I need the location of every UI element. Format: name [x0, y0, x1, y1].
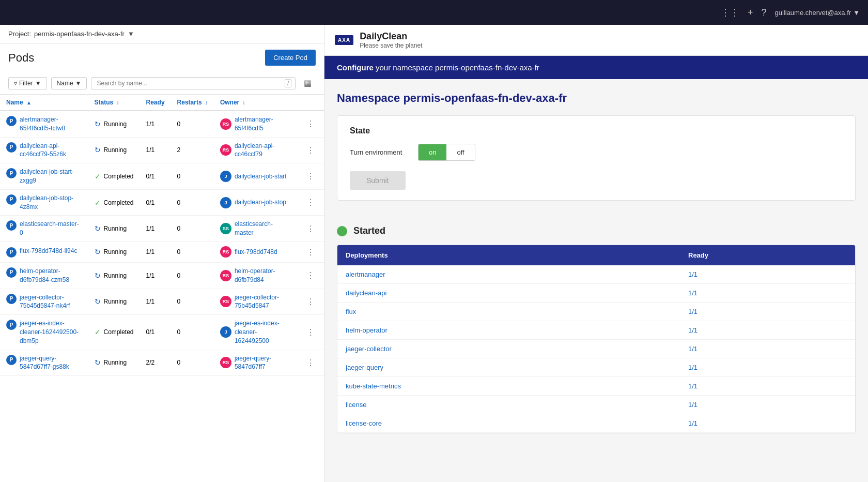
owner-badge: RS: [220, 246, 231, 258]
project-dropdown-arrow[interactable]: ▼: [128, 30, 134, 38]
help-icon[interactable]: ?: [762, 7, 767, 18]
deployment-ready: 1/1: [688, 419, 698, 427]
pod-status-cell: ↻ Running: [88, 137, 140, 163]
pod-icon: P: [6, 168, 17, 178]
pod-name-link[interactable]: jaeger-es-index-cleaner-1624492500-dbm5p: [20, 319, 82, 345]
state-title: State: [350, 126, 843, 135]
running-icon: ↻: [95, 358, 101, 367]
pod-icon: P: [6, 220, 17, 231]
owner-name-link[interactable]: alertmanager-65f4f6cdf5: [235, 115, 291, 133]
deployment-name-link[interactable]: license-core: [346, 419, 382, 427]
pod-owner-cell: RS jaeger-query-5847d67ff7: [214, 350, 297, 376]
owner-name-link[interactable]: helm-operator-d6fb79d84: [235, 267, 291, 284]
project-value: permis-openfaas-fn-dev-axa-fr: [34, 30, 125, 38]
deployment-name-link[interactable]: alertmanager: [346, 270, 385, 278]
pod-kebab-menu-button[interactable]: ⋮: [303, 170, 318, 182]
pod-status: Running: [104, 359, 127, 366]
running-icon: ↻: [95, 120, 101, 128]
deployment-name-link[interactable]: jaeger-collector: [346, 345, 392, 353]
running-icon: ↻: [95, 272, 101, 280]
pod-name-link[interactable]: dailyclean-api-cc46ccf79-55z6k: [20, 142, 82, 159]
pod-ready-cell: 1/1: [140, 262, 171, 289]
main-content: Project: permis-openfaas-fn-dev-axa-fr ▼…: [0, 25, 868, 482]
pod-kebab-menu-button[interactable]: ⋮: [303, 223, 318, 235]
pod-name-link[interactable]: jaeger-query-5847d67ff7-gs88k: [20, 354, 82, 372]
toggle-off-button[interactable]: off: [446, 144, 474, 160]
col-restarts[interactable]: Restarts ↕: [171, 95, 214, 111]
brand-logo: AXA: [335, 35, 353, 45]
deployment-name-link[interactable]: dailyclean-api: [346, 289, 387, 297]
pod-ready-cell: 0/1: [140, 189, 171, 216]
deployment-name-link[interactable]: flux: [346, 308, 356, 315]
filter-button[interactable]: ▿ Filter ▼: [8, 77, 47, 89]
list-item: alertmanager 1/1: [337, 265, 855, 284]
dep-name-cell: helm-operator: [337, 321, 680, 340]
dep-ready-cell: 1/1: [680, 284, 855, 303]
filter-dropdown-arrow: ▼: [35, 80, 41, 87]
pod-icon: P: [6, 194, 17, 205]
owner-name-link[interactable]: jaeger-es-index-cleaner-1624492500: [235, 319, 291, 345]
owner-name-link[interactable]: jaeger-query-5847d67ff7: [235, 354, 291, 372]
pod-status-cell: ↻ Running: [88, 111, 140, 137]
pod-name-link[interactable]: flux-798dd748d-ll94c: [20, 247, 77, 255]
col-owner[interactable]: Owner ↕: [214, 95, 297, 111]
owner-name-link[interactable]: dailyclean-api-cc46ccf79: [235, 142, 291, 159]
pod-kebab-menu-button[interactable]: ⋮: [303, 326, 318, 338]
owner-name-link[interactable]: elasticsearch-master: [235, 220, 291, 237]
pod-kebab-menu-button[interactable]: ⋮: [303, 197, 318, 208]
search-input[interactable]: [91, 77, 296, 89]
pod-kebab-menu-button[interactable]: ⋮: [303, 296, 318, 308]
pod-name-link[interactable]: helm-operator-d6fb79d84-czm58: [20, 267, 82, 284]
create-pod-button[interactable]: Create Pod: [265, 50, 316, 66]
dep-name-cell: flux: [337, 303, 680, 321]
deployment-name-link[interactable]: jaeger-query: [346, 364, 383, 371]
table-header-row: Name ▲ Status ↕ Ready Restarts ↕ Owner ↕: [0, 95, 324, 111]
owner-name-link[interactable]: dailyclean-job-stop: [235, 198, 286, 207]
pod-status-cell: ↻ Running: [88, 216, 140, 242]
started-section: Started Deployments Ready alertmanager 1…: [324, 225, 868, 446]
left-panel: Project: permis-openfaas-fn-dev-axa-fr ▼…: [0, 25, 324, 482]
pod-icon: P: [6, 320, 17, 330]
col-name[interactable]: Name ▲: [0, 95, 88, 111]
dep-name-cell: license: [337, 396, 680, 414]
deployment-name-link[interactable]: license: [346, 401, 366, 409]
toggle-label: Turn environment: [350, 148, 412, 156]
pod-name-link[interactable]: dailyclean-job-start-zxgg9: [20, 168, 82, 185]
pod-name-link[interactable]: dailyclean-job-stop-4z8mx: [20, 194, 82, 212]
pod-kebab-menu-button[interactable]: ⋮: [303, 144, 318, 156]
pod-kebab-menu-button[interactable]: ⋮: [303, 269, 318, 281]
pod-name-cell: P jaeger-es-index-cleaner-1624492500-dbm…: [0, 315, 88, 350]
owner-name-link[interactable]: jaeger-collector-75b45d5847: [235, 293, 291, 311]
owner-badge: J: [220, 197, 231, 208]
plus-icon[interactable]: +: [748, 7, 753, 18]
col-status[interactable]: Status ↕: [88, 95, 140, 111]
dep-ready-cell: 1/1: [680, 358, 855, 377]
dep-ready-cell: 1/1: [680, 340, 855, 358]
grid-icon[interactable]: ⋮⋮: [721, 7, 739, 18]
owner-name-link[interactable]: dailyclean-job-start: [235, 172, 287, 181]
pod-icon: P: [6, 267, 17, 278]
pod-kebab-menu-button[interactable]: ⋮: [303, 357, 318, 369]
pod-name-link[interactable]: jaeger-collector-75b45d5847-nk4rf: [20, 293, 82, 311]
view-toggle-button[interactable]: ▦: [300, 76, 316, 90]
user-menu[interactable]: guillaume.chervet@axa.fr ▼: [775, 9, 860, 17]
deployment-name-link[interactable]: helm-operator: [346, 326, 388, 334]
pod-owner-cell: SS elasticsearch-master: [214, 216, 297, 242]
table-row: P jaeger-query-5847d67ff7-gs88k ↻ Runnin…: [0, 350, 324, 376]
pod-name-link[interactable]: alertmanager-65f4f6cdf5-tctw8: [20, 115, 82, 133]
deployment-name-link[interactable]: kube-state-metrics: [346, 382, 401, 390]
pod-restarts-cell: 0: [171, 262, 214, 289]
pod-name-link[interactable]: elasticsearch-master-0: [20, 220, 82, 237]
name-dropdown[interactable]: Name ▼: [51, 77, 87, 89]
pod-kebab-menu-button[interactable]: ⋮: [303, 246, 318, 258]
submit-button[interactable]: Submit: [350, 171, 406, 190]
running-icon: ↻: [95, 146, 101, 154]
dep-col-deployments: Deployments: [337, 245, 680, 265]
pod-name-cell: P helm-operator-d6fb79d84-czm58: [0, 262, 88, 289]
toggle-on-button[interactable]: on: [419, 144, 446, 160]
owner-name-link[interactable]: flux-798dd748d: [235, 248, 277, 257]
user-dropdown-arrow[interactable]: ▼: [853, 9, 860, 17]
pod-name-cell: P jaeger-query-5847d67ff7-gs88k: [0, 350, 88, 376]
pod-kebab-menu-button[interactable]: ⋮: [303, 118, 318, 130]
dep-col-ready: Ready: [680, 245, 855, 265]
